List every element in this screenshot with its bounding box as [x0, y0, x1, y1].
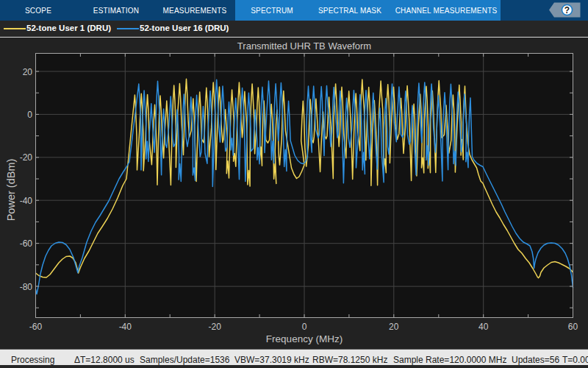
svg-text:40: 40 [478, 322, 489, 332]
svg-text:20: 20 [23, 67, 33, 77]
svg-text:Power (dBm): Power (dBm) [5, 159, 17, 222]
svg-text:-20: -20 [20, 152, 33, 163]
svg-text:60: 60 [568, 322, 578, 332]
svg-text:0: 0 [302, 322, 307, 332]
svg-text:-80: -80 [20, 282, 33, 292]
svg-text:?: ? [564, 5, 570, 15]
svg-text:-60: -60 [20, 238, 33, 249]
svg-text:20: 20 [389, 322, 399, 332]
svg-text:Transmitted UHR TB Waveform: Transmitted UHR TB Waveform [237, 40, 371, 52]
svg-text:-60: -60 [29, 322, 43, 332]
svg-text:0: 0 [27, 110, 32, 120]
svg-text:-40: -40 [119, 322, 132, 332]
svg-text:Frequency (MHz): Frequency (MHz) [266, 333, 343, 344]
svg-text:-40: -40 [20, 196, 33, 206]
svg-text:-20: -20 [209, 322, 222, 332]
